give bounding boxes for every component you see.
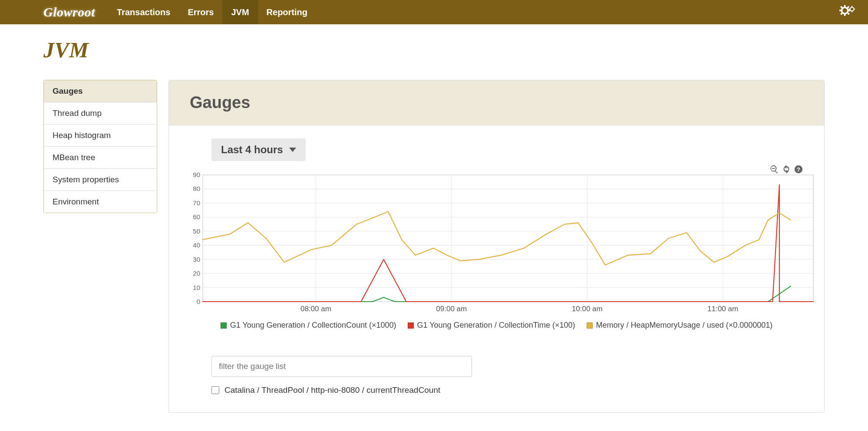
sidebar-item-mbean-tree[interactable]: MBean tree [44,146,157,168]
panel-header: Gauges [169,80,824,125]
gauge-option-checkbox[interactable] [211,386,219,394]
legend-swatch-icon [587,322,593,329]
brand-logo[interactable]: Glowroot [43,5,95,20]
legend-item-0[interactable]: G1 Young Generation / CollectionCount (×… [221,321,396,330]
svg-text:30: 30 [193,256,200,263]
gauge-option-label: Catalina / ThreadPool / http-nio-8080 / … [224,385,440,395]
chevron-down-icon [289,148,296,152]
navbar: Glowroot TransactionsErrorsJVMReporting [0,0,868,24]
legend-label: G1 Young Generation / CollectionTime (×1… [417,321,575,330]
svg-text:40: 40 [193,241,200,249]
svg-rect-8 [851,6,852,7]
sidebar-item-system-properties[interactable]: System properties [44,168,157,191]
legend-label: Memory / HeapMemoryUsage / used (×0.0000… [596,321,773,330]
gauge-option-0[interactable]: Catalina / ThreadPool / http-nio-8080 / … [211,385,803,395]
nav-item-errors[interactable]: Errors [179,0,222,24]
svg-rect-0 [844,5,846,7]
legend-swatch-icon [221,322,227,329]
sidebar-item-heap-histogram[interactable]: Heap histogram [44,124,157,146]
panel-title: Gauges [190,93,803,112]
svg-text:50: 50 [193,227,200,235]
svg-text:60: 60 [193,213,200,220]
svg-text:80: 80 [193,185,200,192]
time-range-label: Last 4 hours [221,144,283,156]
sidebar-item-thread-dump[interactable]: Thread dump [44,102,157,124]
settings-gears-icon[interactable] [839,5,855,20]
legend-swatch-icon [408,322,414,329]
svg-rect-2 [839,10,842,11]
time-range-dropdown[interactable]: Last 4 hours [211,138,306,161]
nav: TransactionsErrorsJVMReporting [108,0,316,24]
svg-text:08:00 am: 08:00 am [300,305,331,313]
legend-label: G1 Young Generation / CollectionCount (×… [230,321,396,330]
svg-text:10:00 am: 10:00 am [572,305,603,313]
legend-item-2[interactable]: Memory / HeapMemoryUsage / used (×0.0000… [587,321,773,330]
svg-text:11:00 am: 11:00 am [707,305,738,313]
nav-item-reporting[interactable]: Reporting [258,0,316,24]
svg-rect-1 [844,14,846,16]
svg-text:20: 20 [193,270,200,277]
svg-rect-14 [203,175,813,302]
chart-area: 010203040506070809008:00 am09:00 am10:00… [190,171,803,330]
gauge-filter-input[interactable] [211,356,472,377]
svg-text:09:00 am: 09:00 am [436,305,467,313]
svg-text:0: 0 [197,298,200,305]
svg-text:10: 10 [193,284,200,291]
main-panel: Gauges Last 4 hours ? [168,80,825,413]
svg-rect-11 [854,9,855,10]
page-title: JVM [43,37,825,63]
svg-rect-9 [851,11,852,13]
chart-legend: G1 Young Generation / CollectionCount (×… [190,321,803,330]
sidebar-item-environment[interactable]: Environment [44,191,157,213]
nav-item-jvm[interactable]: JVM [222,0,257,24]
svg-text:90: 90 [193,171,200,178]
svg-rect-10 [849,9,850,10]
svg-text:70: 70 [193,199,200,207]
nav-item-transactions[interactable]: Transactions [108,0,179,24]
sidebar: GaugesThread dumpHeap histogramMBean tre… [43,80,157,213]
gauge-chart[interactable]: 010203040506070809008:00 am09:00 am10:00… [190,171,815,315]
sidebar-item-gauges[interactable]: Gauges [44,80,157,102]
legend-item-1[interactable]: G1 Young Generation / CollectionTime (×1… [408,321,575,330]
